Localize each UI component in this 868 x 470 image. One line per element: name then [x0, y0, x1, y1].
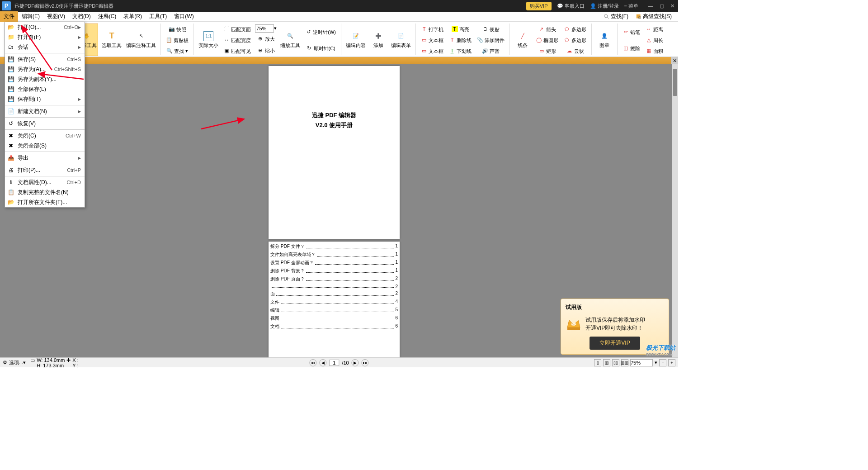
support-link[interactable]: 💬客服入口	[557, 3, 585, 9]
measure-perimeter-button[interactable]: △周长	[644, 35, 665, 45]
layout-facing-cont-button[interactable]: ▥▥	[621, 359, 628, 366]
cloud-button[interactable]: ☁云状	[562, 46, 588, 56]
sticky-note-button[interactable]: 🗒便贴	[476, 24, 506, 34]
fit-width-button[interactable]: ↔匹配宽度	[222, 35, 252, 45]
toc-dots	[281, 307, 394, 312]
find-button[interactable]: 查找(F)	[601, 12, 631, 21]
file-menu-item[interactable]: ✖关闭全部(S)	[5, 141, 85, 151]
file-menu-item[interactable]: 💾另存为副本(Y)...	[5, 74, 85, 84]
zoom-in-button[interactable]: ⊕放大	[255, 34, 277, 44]
file-menu-item[interactable]: 📄新建文档(N)▸	[5, 106, 85, 116]
menu-edit[interactable]: 编辑(E)	[18, 11, 43, 22]
annot-tool-button[interactable]: ↖编辑注释工具	[125, 24, 157, 56]
line-tool-button[interactable]: ╱线条	[514, 24, 532, 56]
toc-line: 文件4	[270, 299, 398, 305]
menu-file[interactable]: 文件	[0, 11, 18, 22]
add-button[interactable]: ➕添加	[369, 24, 387, 56]
next-page-button[interactable]: ▶	[352, 359, 359, 366]
file-menu-item[interactable]: ↺恢复(V)	[5, 119, 85, 128]
tab-close-button[interactable]: ✕	[671, 57, 678, 64]
highlight-button[interactable]: T高亮	[448, 24, 473, 34]
menu-item-label: 会话	[18, 43, 78, 51]
file-menu-item[interactable]: 📂打开(O)...Ctrl+O▸	[5, 22, 85, 32]
sound-button[interactable]: 🔊声音	[476, 46, 506, 56]
menu-document[interactable]: 文档(D)	[69, 11, 94, 22]
rect-button[interactable]: ▭矩形	[534, 46, 560, 56]
ellipse-button[interactable]: ◯椭圆形	[534, 35, 560, 45]
arrow-tool-button[interactable]: ↗箭头	[534, 24, 560, 34]
layout-continuous-button[interactable]: ▥	[603, 359, 610, 366]
measure-distance-button[interactable]: ↔距离	[644, 24, 665, 34]
file-menu-item[interactable]: 📂打开所在文件夹(F)...	[5, 197, 85, 207]
vertical-scrollbar[interactable]	[672, 64, 678, 357]
file-menu-item[interactable]: 💾保存到(T)▸	[5, 94, 85, 104]
zoom-input[interactable]	[255, 24, 274, 33]
pencil-button[interactable]: ✏铅笔	[621, 27, 642, 37]
eraser-button[interactable]: ◫擦除	[621, 43, 642, 53]
strikeout-button[interactable]: T删除线	[448, 35, 473, 45]
status-zoom-input[interactable]	[630, 359, 653, 366]
scrollbar-thumb[interactable]	[673, 69, 677, 96]
file-menu-item[interactable]: 💾另存为(A)...Ctrl+Shift+S	[5, 64, 85, 74]
maximize-button[interactable]: ▢	[660, 3, 664, 9]
layout-single-button[interactable]: ▯	[594, 359, 601, 366]
edit-form-button[interactable]: 📄编辑表单	[390, 24, 412, 56]
prev-page-button[interactable]: ◀	[319, 359, 326, 366]
file-menu-item[interactable]: 💾全部保存(L)	[5, 84, 85, 94]
actual-size-button[interactable]: 1:1实际大小	[198, 24, 219, 56]
ribbon-find-button[interactable]: 🔍查找 ▾	[165, 46, 190, 56]
fit-page-button[interactable]: ⛶匹配页面	[222, 24, 252, 34]
rotate-cw-button[interactable]: ↻顺时针(C)	[304, 43, 337, 53]
file-menu-item[interactable]: 💾保存(S)Ctrl+S	[5, 54, 85, 64]
rotate-ccw-icon: ↺	[305, 28, 311, 35]
page-number-input[interactable]	[329, 360, 339, 366]
edit-content-button[interactable]: 📝编辑内容	[345, 24, 367, 56]
menu-tools[interactable]: 工具(T)	[146, 11, 170, 22]
login-link[interactable]: 👤注册/登录	[590, 3, 619, 9]
advanced-find-button[interactable]: 高级查找(S)	[633, 12, 675, 21]
measure-area-button[interactable]: ▦面积	[644, 46, 665, 56]
close-button[interactable]: ✕	[670, 3, 675, 9]
last-page-button[interactable]: ⏭	[362, 359, 369, 366]
underline-button[interactable]: T下划线	[448, 46, 473, 56]
menu-comment[interactable]: 注释(C)	[94, 11, 120, 22]
menu-form[interactable]: 表单(R)	[120, 11, 146, 22]
main-menu-button[interactable]: ≡菜单	[624, 3, 638, 9]
fit-visible-button[interactable]: ▣匹配可见	[222, 46, 252, 56]
file-menu-item[interactable]: 📁打开自(F)▸	[5, 32, 85, 42]
polyline-button[interactable]: ⬠多边形	[562, 35, 588, 45]
file-menu-item[interactable]: ℹ文档属性(D)...Ctrl+D	[5, 177, 85, 187]
gear-icon[interactable]: ⚙	[3, 360, 7, 366]
buy-vip-button[interactable]: 购买VIP	[526, 2, 552, 10]
polygon-button[interactable]: ⬠多边形	[562, 24, 588, 34]
textbox-button[interactable]: ▭文本框	[420, 35, 445, 45]
clipboard-button[interactable]: 📋剪贴板	[165, 35, 190, 45]
zoom-in-status-button[interactable]: +	[668, 359, 675, 366]
zoom-out-button[interactable]: ⊖缩小	[255, 45, 277, 55]
rotate-ccw-button[interactable]: ↺逆时针(W)	[304, 27, 337, 37]
zoom-in-icon: ⊕	[257, 36, 264, 42]
first-page-button[interactable]: ⏮	[309, 359, 316, 366]
toc-page: 1	[395, 252, 398, 258]
zoom-tool-button[interactable]: 🔍缩放工具	[279, 24, 301, 56]
file-menu-item[interactable]: 📋复制完整的文件名(N)	[5, 187, 85, 197]
typewriter-button[interactable]: T打字机	[420, 24, 445, 34]
select-tool-button[interactable]: T选取工具	[101, 24, 123, 56]
file-menu-item[interactable]: 📤导出▸	[5, 153, 85, 163]
polyline-icon: ⬠	[564, 37, 570, 43]
options-button[interactable]: 选项...	[9, 359, 23, 366]
textbox2-button[interactable]: ▭文本框	[420, 46, 445, 56]
attach-button[interactable]: 📎添加附件	[476, 35, 506, 45]
upgrade-vip-button[interactable]: 立即开通VIP	[590, 337, 640, 350]
layout-facing-button[interactable]: ▯▯	[612, 359, 619, 366]
file-menu-item[interactable]: ✖关闭(C)Ctrl+W	[5, 131, 85, 141]
menu-window[interactable]: 窗口(W)	[170, 11, 197, 22]
snapshot-button[interactable]: 📷快照	[165, 24, 190, 34]
file-menu-item[interactable]: 🖨打印(P)...Ctrl+P	[5, 165, 85, 175]
file-menu-item[interactable]: 🗂会话▸	[5, 42, 85, 52]
stamp-button[interactable]: 👤图章	[595, 24, 613, 56]
toc-page: 2	[395, 284, 398, 289]
zoom-out-status-button[interactable]: −	[659, 359, 666, 366]
minimize-button[interactable]: —	[648, 3, 653, 9]
menu-view[interactable]: 视图(V)	[43, 11, 69, 22]
